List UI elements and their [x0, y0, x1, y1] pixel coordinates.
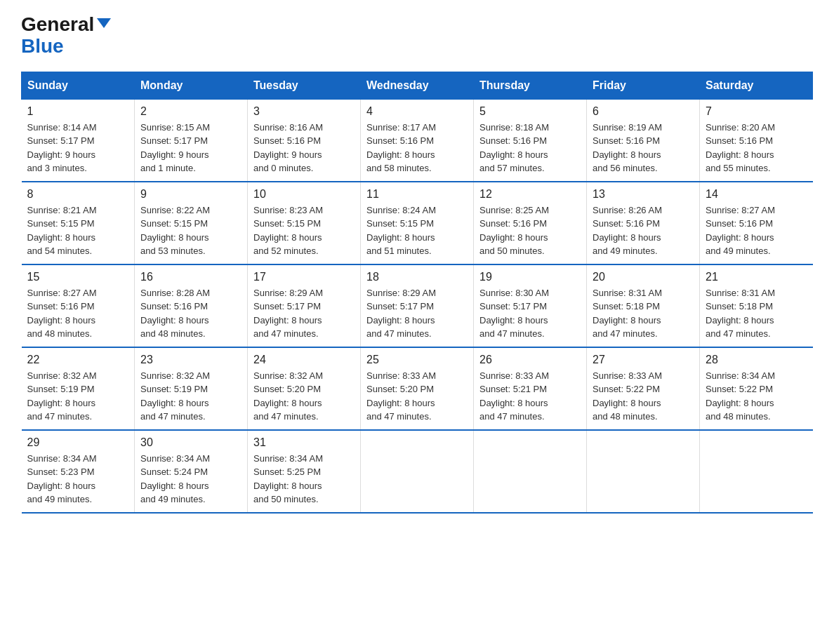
day-number: 19 — [479, 271, 581, 283]
day-number: 31 — [253, 436, 355, 449]
logo: General Blue — [21, 14, 111, 58]
day-number: 10 — [253, 188, 355, 201]
day-number: 6 — [593, 105, 694, 118]
calendar-day-cell: 5 Sunrise: 8:18 AMSunset: 5:16 PMDayligh… — [474, 99, 587, 182]
day-number: 24 — [253, 354, 355, 366]
calendar-day-cell: 12 Sunrise: 8:25 AMSunset: 5:16 PMDaylig… — [474, 182, 587, 264]
calendar-day-cell: 11 Sunrise: 8:24 AMSunset: 5:15 PMDaylig… — [361, 182, 474, 264]
day-info: Sunrise: 8:32 AMSunset: 5:19 PMDaylight:… — [27, 369, 129, 424]
calendar-day-cell: 23 Sunrise: 8:32 AMSunset: 5:19 PMDaylig… — [135, 347, 248, 430]
calendar-day-cell: 26 Sunrise: 8:33 AMSunset: 5:21 PMDaylig… — [474, 347, 587, 430]
day-number: 11 — [366, 188, 468, 201]
day-number: 22 — [27, 354, 129, 366]
calendar-day-cell: 8 Sunrise: 8:21 AMSunset: 5:15 PMDayligh… — [22, 182, 135, 264]
calendar-day-cell: 14 Sunrise: 8:27 AMSunset: 5:16 PMDaylig… — [700, 182, 813, 264]
day-info: Sunrise: 8:16 AMSunset: 5:16 PMDaylight:… — [253, 121, 355, 175]
day-info: Sunrise: 8:32 AMSunset: 5:19 PMDaylight:… — [140, 369, 241, 424]
calendar-day-cell: 27 Sunrise: 8:33 AMSunset: 5:22 PMDaylig… — [587, 347, 700, 430]
calendar-day-cell — [587, 430, 700, 513]
calendar-week-row: 8 Sunrise: 8:21 AMSunset: 5:15 PMDayligh… — [22, 182, 813, 264]
day-number: 26 — [479, 354, 581, 366]
calendar-day-cell — [700, 430, 813, 513]
calendar-header-thursday: Thursday — [474, 72, 587, 99]
day-info: Sunrise: 8:31 AMSunset: 5:18 PMDaylight:… — [593, 286, 694, 341]
calendar-day-cell: 30 Sunrise: 8:34 AMSunset: 5:24 PMDaylig… — [135, 430, 248, 513]
calendar-header-saturday: Saturday — [700, 72, 813, 99]
logo-general-text: General — [21, 14, 94, 36]
calendar-day-cell: 6 Sunrise: 8:19 AMSunset: 5:16 PMDayligh… — [587, 99, 700, 182]
day-number: 20 — [593, 271, 694, 283]
calendar-table: SundayMondayTuesdayWednesdayThursdayFrid… — [21, 72, 813, 514]
calendar-day-cell: 1 Sunrise: 8:14 AMSunset: 5:17 PMDayligh… — [22, 99, 135, 182]
day-number: 23 — [140, 354, 241, 366]
calendar-day-cell — [474, 430, 587, 513]
calendar-week-row: 15 Sunrise: 8:27 AMSunset: 5:16 PMDaylig… — [22, 264, 813, 347]
day-number: 14 — [706, 188, 807, 201]
day-number: 4 — [366, 105, 468, 118]
calendar-header-monday: Monday — [135, 72, 248, 99]
day-number: 9 — [140, 188, 241, 201]
calendar-week-row: 22 Sunrise: 8:32 AMSunset: 5:19 PMDaylig… — [22, 347, 813, 430]
calendar-day-cell: 28 Sunrise: 8:34 AMSunset: 5:22 PMDaylig… — [700, 347, 813, 430]
calendar-day-cell: 22 Sunrise: 8:32 AMSunset: 5:19 PMDaylig… — [22, 347, 135, 430]
day-info: Sunrise: 8:18 AMSunset: 5:16 PMDaylight:… — [479, 121, 581, 175]
calendar-day-cell: 4 Sunrise: 8:17 AMSunset: 5:16 PMDayligh… — [361, 99, 474, 182]
calendar-week-row: 29 Sunrise: 8:34 AMSunset: 5:23 PMDaylig… — [22, 430, 813, 513]
calendar-header-sunday: Sunday — [22, 72, 135, 99]
day-number: 3 — [253, 105, 355, 118]
day-number: 21 — [706, 271, 807, 283]
day-info: Sunrise: 8:33 AMSunset: 5:22 PMDaylight:… — [593, 369, 694, 424]
calendar-week-row: 1 Sunrise: 8:14 AMSunset: 5:17 PMDayligh… — [22, 99, 813, 182]
day-info: Sunrise: 8:30 AMSunset: 5:17 PMDaylight:… — [479, 286, 581, 341]
calendar-day-cell: 25 Sunrise: 8:33 AMSunset: 5:20 PMDaylig… — [361, 347, 474, 430]
calendar-day-cell: 29 Sunrise: 8:34 AMSunset: 5:23 PMDaylig… — [22, 430, 135, 513]
day-info: Sunrise: 8:28 AMSunset: 5:16 PMDaylight:… — [140, 286, 241, 341]
day-number: 27 — [593, 354, 694, 366]
day-number: 13 — [593, 188, 694, 201]
day-info: Sunrise: 8:27 AMSunset: 5:16 PMDaylight:… — [27, 286, 129, 341]
day-info: Sunrise: 8:22 AMSunset: 5:15 PMDaylight:… — [140, 203, 241, 258]
day-info: Sunrise: 8:31 AMSunset: 5:18 PMDaylight:… — [706, 286, 807, 341]
calendar-day-cell: 3 Sunrise: 8:16 AMSunset: 5:16 PMDayligh… — [248, 99, 361, 182]
day-number: 29 — [27, 436, 129, 449]
calendar-day-cell — [361, 430, 474, 513]
day-number: 2 — [140, 105, 241, 118]
day-info: Sunrise: 8:14 AMSunset: 5:17 PMDaylight:… — [27, 121, 129, 175]
calendar-day-cell: 20 Sunrise: 8:31 AMSunset: 5:18 PMDaylig… — [587, 264, 700, 347]
day-number: 16 — [140, 271, 241, 283]
day-number: 30 — [140, 436, 241, 449]
day-info: Sunrise: 8:27 AMSunset: 5:16 PMDaylight:… — [706, 203, 807, 258]
page-header: General Blue — [21, 14, 813, 58]
logo-triangle-icon — [97, 18, 111, 28]
day-number: 25 — [366, 354, 468, 366]
day-info: Sunrise: 8:21 AMSunset: 5:15 PMDaylight:… — [27, 203, 129, 258]
day-info: Sunrise: 8:34 AMSunset: 5:25 PMDaylight:… — [253, 452, 355, 507]
calendar-header-tuesday: Tuesday — [248, 72, 361, 99]
calendar-day-cell: 17 Sunrise: 8:29 AMSunset: 5:17 PMDaylig… — [248, 264, 361, 347]
day-number: 12 — [479, 188, 581, 201]
day-number: 1 — [27, 105, 129, 118]
calendar-day-cell: 16 Sunrise: 8:28 AMSunset: 5:16 PMDaylig… — [135, 264, 248, 347]
day-number: 8 — [27, 188, 129, 201]
calendar-day-cell: 2 Sunrise: 8:15 AMSunset: 5:17 PMDayligh… — [135, 99, 248, 182]
calendar-day-cell: 9 Sunrise: 8:22 AMSunset: 5:15 PMDayligh… — [135, 182, 248, 264]
calendar-day-cell: 7 Sunrise: 8:20 AMSunset: 5:16 PMDayligh… — [700, 99, 813, 182]
calendar-day-cell: 19 Sunrise: 8:30 AMSunset: 5:17 PMDaylig… — [474, 264, 587, 347]
day-info: Sunrise: 8:25 AMSunset: 5:16 PMDaylight:… — [479, 203, 581, 258]
day-info: Sunrise: 8:29 AMSunset: 5:17 PMDaylight:… — [253, 286, 355, 341]
day-info: Sunrise: 8:34 AMSunset: 5:22 PMDaylight:… — [706, 369, 807, 424]
day-info: Sunrise: 8:34 AMSunset: 5:24 PMDaylight:… — [140, 452, 241, 507]
day-number: 15 — [27, 271, 129, 283]
calendar-day-cell: 24 Sunrise: 8:32 AMSunset: 5:20 PMDaylig… — [248, 347, 361, 430]
day-info: Sunrise: 8:34 AMSunset: 5:23 PMDaylight:… — [27, 452, 129, 507]
day-number: 17 — [253, 271, 355, 283]
calendar-day-cell: 31 Sunrise: 8:34 AMSunset: 5:25 PMDaylig… — [248, 430, 361, 513]
calendar-day-cell: 13 Sunrise: 8:26 AMSunset: 5:16 PMDaylig… — [587, 182, 700, 264]
calendar-header-row: SundayMondayTuesdayWednesdayThursdayFrid… — [22, 72, 813, 99]
day-number: 28 — [706, 354, 807, 366]
day-number: 7 — [706, 105, 807, 118]
day-number: 5 — [479, 105, 581, 118]
day-info: Sunrise: 8:17 AMSunset: 5:16 PMDaylight:… — [366, 121, 468, 175]
calendar-header-wednesday: Wednesday — [361, 72, 474, 99]
calendar-header-friday: Friday — [587, 72, 700, 99]
